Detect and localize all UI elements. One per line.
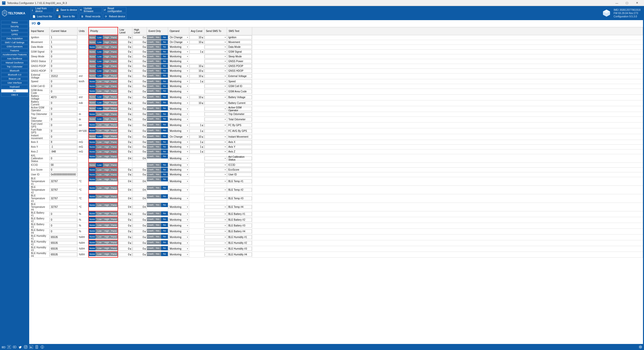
spinner-icon[interactable]: ▴▾ — [144, 60, 146, 62]
sms-text-input[interactable]: Axis Z — [227, 149, 252, 154]
sidebar-item-keyboard[interactable]: Keyboard — [1, 85, 28, 89]
priority-selector[interactable]: NoneLowHighPanic — [89, 64, 118, 68]
priority-selector[interactable]: NoneLowHighPanic — [89, 122, 118, 128]
priority-high[interactable]: High — [103, 79, 110, 84]
spinner-icon[interactable]: ▴▾ — [202, 75, 203, 77]
priority-selector[interactable]: NoneLowHighPanic — [89, 35, 118, 40]
event-only-selector[interactable]: CrashYesNo — [147, 79, 168, 84]
send-sms-to-select[interactable]: ▾ — [204, 89, 227, 94]
sms-text-input[interactable]: BLE Humidity #3 — [227, 246, 252, 252]
send-sms-to-select[interactable]: ▾ — [204, 116, 227, 122]
operand-select[interactable]: On Change▾ — [168, 35, 189, 40]
spinner-icon[interactable]: ▴▾ — [202, 146, 203, 148]
low-level-input[interactable]: 0▴▾ — [118, 106, 132, 112]
priority-none[interactable]: None — [89, 246, 96, 250]
sidebar-item-features[interactable]: Features — [1, 49, 28, 52]
spinner-icon[interactable]: ▴▾ — [144, 248, 146, 250]
priority-selector[interactable]: NoneLowHighPanic — [89, 234, 118, 240]
close-button[interactable]: ✕ — [632, 0, 642, 6]
priority-high[interactable]: High — [103, 106, 110, 110]
spinner-icon[interactable]: ▴▾ — [130, 174, 131, 176]
event-crash[interactable]: Crash — [147, 64, 154, 68]
avg-const-input[interactable]: 1▴▾ — [189, 144, 204, 149]
send-sms-to-select[interactable]: ▾ — [204, 149, 227, 154]
priority-none[interactable]: None — [89, 50, 96, 54]
priority-low[interactable]: Low — [96, 59, 103, 63]
priority-high[interactable]: High — [103, 186, 110, 190]
event-yes[interactable]: Yes — [154, 45, 161, 49]
event-crash[interactable]: Crash — [147, 89, 154, 93]
priority-high[interactable]: High — [103, 145, 110, 149]
priority-none[interactable]: None — [89, 54, 96, 59]
sms-text-input[interactable]: FC AVG By GPS — [227, 128, 252, 134]
event-crash[interactable]: Crash — [147, 100, 154, 105]
event-yes[interactable]: Yes — [154, 235, 161, 239]
send-sms-to-select[interactable]: ▾ — [204, 94, 227, 100]
high-level-input[interactable]: 0▴▾ — [132, 84, 147, 89]
spinner-icon[interactable]: ▴▾ — [130, 146, 131, 148]
send-sms-to-select[interactable]: ▾ — [204, 84, 227, 89]
high-level-input[interactable]: 0▴▾ — [132, 49, 147, 54]
event-no[interactable]: No — [161, 95, 168, 99]
avg-const-input[interactable]: 1▴▾ — [189, 149, 204, 154]
priority-none[interactable]: None — [89, 140, 96, 144]
priority-none[interactable]: None — [89, 186, 96, 190]
priority-selector[interactable]: NoneLowHighPanic — [89, 45, 118, 49]
priority-panic[interactable]: Panic — [110, 235, 118, 239]
event-no[interactable]: No — [161, 59, 168, 63]
priority-none[interactable]: None — [89, 203, 96, 207]
avg-const-input[interactable]: 1▴▾ — [189, 122, 204, 128]
priority-panic[interactable]: Panic — [110, 123, 118, 127]
high-level-input[interactable]: 0▴▾ — [132, 68, 147, 73]
priority-high[interactable]: High — [103, 240, 110, 245]
priority-low[interactable]: Low — [96, 154, 103, 159]
send-sms-to-select[interactable]: ▾ — [204, 140, 227, 144]
event-crash[interactable]: Crash — [147, 59, 154, 63]
avg-const-input[interactable]: 10▴▾ — [189, 73, 204, 79]
sms-text-input[interactable]: Battery Current — [227, 100, 252, 106]
event-crash[interactable]: Crash — [147, 73, 154, 78]
event-only-selector[interactable]: CrashYesNo — [147, 64, 168, 68]
event-crash[interactable]: Crash — [147, 229, 154, 233]
event-crash[interactable]: Crash — [147, 246, 154, 250]
event-no[interactable]: No — [161, 45, 168, 49]
event-crash[interactable]: Crash — [147, 140, 154, 144]
spinner-icon[interactable]: ▴▾ — [130, 91, 131, 93]
event-only-selector[interactable]: CrashYesNo — [147, 54, 168, 59]
high-level-input[interactable]: 0▴▾ — [132, 45, 147, 49]
operand-select[interactable]: Monitoring▾ — [168, 100, 189, 106]
priority-none[interactable]: None — [89, 79, 96, 84]
send-sms-to-select[interactable]: ▾ — [204, 252, 227, 257]
event-no[interactable]: No — [161, 79, 168, 84]
priority-selector[interactable]: NoneLowHighPanic — [89, 94, 118, 100]
spinner-icon[interactable]: ▴▾ — [144, 169, 146, 171]
reboot-device-button[interactable]: ⟳Reboot device — [103, 14, 126, 19]
spinner-icon[interactable]: ▴▾ — [144, 56, 146, 58]
event-no[interactable]: No — [161, 154, 168, 159]
operand-select[interactable]: Monitoring▾ — [168, 140, 189, 144]
avg-const-input[interactable]: 1▴▾ — [189, 140, 204, 144]
event-crash[interactable]: Crash — [147, 194, 154, 199]
event-only-selector[interactable]: CrashYesNo — [147, 252, 168, 257]
high-level-input[interactable]: 0▴▾ — [132, 252, 147, 257]
sms-text-input[interactable]: BLE Temp #3 — [227, 194, 252, 203]
event-no[interactable]: No — [161, 235, 168, 239]
priority-panic[interactable]: Panic — [110, 194, 118, 199]
spinner-icon[interactable]: ▴▾ — [144, 230, 146, 232]
priority-low[interactable]: Low — [96, 95, 103, 99]
sms-text-input[interactable]: GNSS PDOP — [227, 64, 252, 68]
send-sms-to-select[interactable]: ▾ — [204, 177, 227, 185]
event-crash[interactable]: Crash — [147, 123, 154, 127]
priority-low[interactable]: Low — [96, 106, 103, 110]
send-sms-to-select[interactable]: ▾ — [204, 122, 227, 128]
avg-const-input[interactable]: 10▴▾ — [189, 68, 204, 73]
high-level-input[interactable]: 0▴▾ — [132, 172, 147, 177]
priority-high[interactable]: High — [103, 246, 110, 250]
spinner-icon[interactable]: ▴▾ — [144, 141, 146, 143]
spinner-icon[interactable]: ▴▾ — [144, 225, 146, 227]
low-level-input[interactable]: 0▴▾ — [118, 144, 132, 149]
high-level-input[interactable]: 0▴▾ — [132, 64, 147, 68]
priority-none[interactable]: None — [89, 235, 96, 239]
sms-text-input[interactable]: Battery Voltage — [227, 94, 252, 100]
spinner-icon[interactable]: ▴▾ — [144, 180, 146, 182]
